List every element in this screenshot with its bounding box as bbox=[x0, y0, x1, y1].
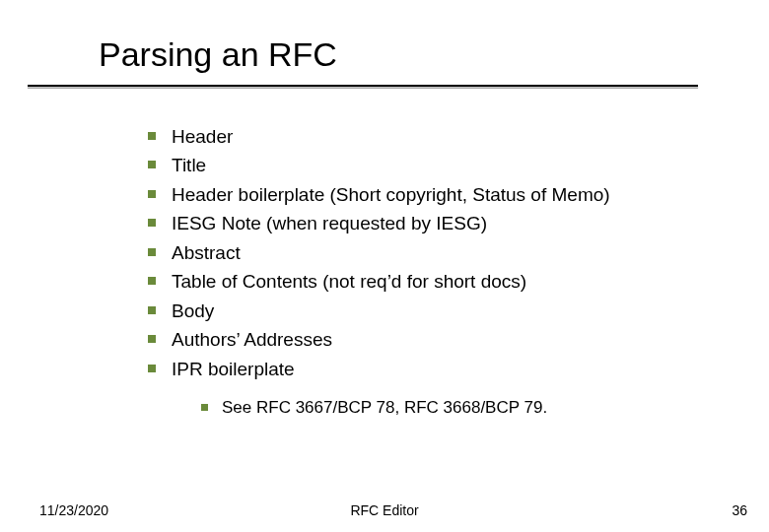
square-bullet-icon bbox=[148, 219, 156, 227]
square-bullet-icon bbox=[148, 365, 156, 372]
square-bullet-icon bbox=[201, 404, 208, 411]
list-item: Header boilerplate (Short copyright, Sta… bbox=[148, 180, 730, 209]
list-item: Title bbox=[148, 151, 730, 179]
list-item-text: Table of Contents (not req’d for short d… bbox=[172, 267, 526, 296]
slide-title: Parsing an RFC bbox=[99, 35, 337, 74]
square-bullet-icon bbox=[148, 277, 156, 285]
slide-footer: 11/23/2020 RFC Editor 36 bbox=[0, 502, 769, 518]
list-item-text: Authors’ Addresses bbox=[172, 325, 332, 354]
square-bullet-icon bbox=[148, 132, 156, 140]
list-item-text: Title bbox=[172, 151, 206, 179]
list-item: Authors’ Addresses bbox=[148, 325, 730, 354]
slide-body: Header Title Header boilerplate (Short c… bbox=[148, 122, 730, 420]
list-item-text: Abstract bbox=[172, 238, 241, 267]
footer-center: RFC Editor bbox=[350, 502, 418, 518]
square-bullet-icon bbox=[148, 248, 156, 256]
title-underline bbox=[28, 85, 698, 87]
list-item-text: IPR boilerplate bbox=[172, 355, 295, 383]
list-item-text: Header boilerplate (Short copyright, Sta… bbox=[172, 180, 610, 209]
sublist: See RFC 3667/BCP 78, RFC 3668/BCP 79. bbox=[201, 395, 730, 421]
sublist-item-text: See RFC 3667/BCP 78, RFC 3668/BCP 79. bbox=[222, 395, 547, 421]
list-item-text: IESG Note (when requested by IESG) bbox=[172, 209, 487, 237]
square-bullet-icon bbox=[148, 190, 156, 198]
footer-page: 36 bbox=[732, 502, 747, 518]
square-bullet-icon bbox=[148, 335, 156, 343]
list-item-text: Body bbox=[172, 297, 214, 325]
square-bullet-icon bbox=[148, 161, 156, 168]
list-item: IPR boilerplate bbox=[148, 355, 730, 383]
list-item: Body bbox=[148, 297, 730, 325]
list-item: Table of Contents (not req’d for short d… bbox=[148, 267, 730, 296]
list-item: Header bbox=[148, 122, 730, 151]
list-item-text: Header bbox=[172, 122, 233, 151]
sublist-item: See RFC 3667/BCP 78, RFC 3668/BCP 79. bbox=[201, 395, 730, 421]
slide: Parsing an RFC Header Title Header boile… bbox=[0, 0, 769, 532]
list-item: IESG Note (when requested by IESG) bbox=[148, 209, 730, 237]
footer-date: 11/23/2020 bbox=[39, 502, 108, 518]
square-bullet-icon bbox=[148, 306, 156, 314]
list-item: Abstract bbox=[148, 238, 730, 267]
